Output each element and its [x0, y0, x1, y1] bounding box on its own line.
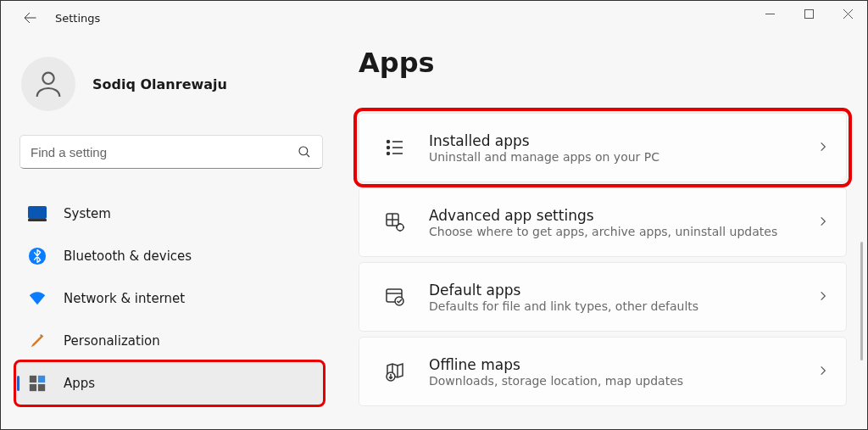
svg-rect-0	[804, 9, 813, 18]
title-bar: Settings	[1, 1, 867, 35]
apps-icon	[28, 374, 47, 393]
search-input[interactable]	[31, 145, 297, 159]
user-profile[interactable]: Sodiq Olanrewaju	[16, 57, 323, 111]
card-subtitle: Downloads, storage location, map updates	[429, 374, 817, 388]
card-subtitle: Uninstall and manage apps on your PC	[429, 150, 817, 164]
card-title: Advanced app settings	[429, 207, 817, 224]
card-installed-apps[interactable]: Installed apps Uninstall and manage apps…	[359, 113, 847, 182]
close-button[interactable]	[828, 1, 867, 26]
svg-rect-7	[38, 376, 45, 383]
minimize-icon	[765, 9, 775, 19]
page-title: Apps	[359, 47, 847, 79]
maximize-icon	[804, 9, 814, 19]
search-icon	[297, 144, 312, 159]
close-icon	[843, 9, 853, 19]
sidebar-item-label: Apps	[64, 376, 95, 391]
sidebar-item-label: Network & internet	[64, 291, 185, 306]
list-icon	[385, 137, 405, 158]
svg-point-12	[387, 153, 390, 155]
sidebar-item-system[interactable]: System	[16, 193, 323, 235]
maximize-button[interactable]	[789, 1, 828, 26]
user-icon	[31, 67, 65, 101]
window-check-icon	[385, 287, 405, 307]
svg-rect-9	[38, 384, 45, 391]
arrow-left-icon	[22, 10, 37, 25]
sidebar-item-label: Bluetooth & devices	[64, 249, 192, 264]
wifi-icon	[28, 289, 47, 308]
card-default-apps[interactable]: Default apps Defaults for file and link …	[359, 262, 847, 332]
user-name: Sodiq Olanrewaju	[92, 76, 227, 92]
sidebar: Sodiq Olanrewaju System Bluetooth & devi…	[1, 35, 331, 429]
chevron-right-icon	[817, 140, 829, 156]
svg-rect-8	[30, 384, 36, 391]
svg-point-11	[387, 147, 390, 149]
main-panel: Apps Installed apps Uninstall and manage…	[331, 35, 867, 429]
avatar	[21, 57, 75, 111]
card-title: Installed apps	[429, 132, 817, 149]
svg-point-14	[397, 224, 403, 231]
card-title: Offline maps	[429, 356, 817, 373]
bluetooth-icon	[28, 247, 47, 265]
map-download-icon	[385, 361, 405, 382]
system-icon	[28, 206, 47, 221]
back-button[interactable]	[16, 4, 43, 31]
card-subtitle: Defaults for file and link types, other …	[429, 299, 817, 313]
sidebar-item-label: Personalization	[64, 333, 160, 349]
search-box[interactable]	[19, 135, 323, 169]
sidebar-item-network[interactable]: Network & internet	[16, 277, 323, 320]
sidebar-item-bluetooth[interactable]: Bluetooth & devices	[16, 235, 323, 277]
card-offline-maps[interactable]: Offline maps Downloads, storage location…	[359, 337, 847, 406]
svg-point-10	[387, 141, 390, 143]
svg-rect-6	[30, 376, 36, 383]
paintbrush-icon	[28, 332, 47, 350]
svg-rect-3	[28, 206, 47, 219]
scrollbar[interactable]	[860, 242, 863, 360]
app-gear-icon	[385, 212, 405, 232]
sidebar-item-label: System	[64, 206, 111, 221]
chevron-right-icon	[817, 289, 829, 305]
svg-point-2	[299, 147, 308, 155]
card-advanced-app-settings[interactable]: Advanced app settings Choose where to ge…	[359, 187, 847, 257]
card-subtitle: Choose where to get apps, archive apps, …	[429, 225, 817, 238]
sidebar-item-personalization[interactable]: Personalization	[16, 320, 323, 362]
sidebar-item-apps[interactable]: Apps	[16, 362, 323, 405]
svg-point-1	[42, 73, 53, 84]
chevron-right-icon	[817, 364, 829, 380]
window-title: Settings	[55, 12, 100, 25]
svg-rect-4	[28, 219, 47, 221]
card-title: Default apps	[429, 282, 817, 299]
chevron-right-icon	[817, 215, 829, 231]
svg-point-16	[395, 297, 403, 305]
minimize-button[interactable]	[750, 1, 789, 26]
